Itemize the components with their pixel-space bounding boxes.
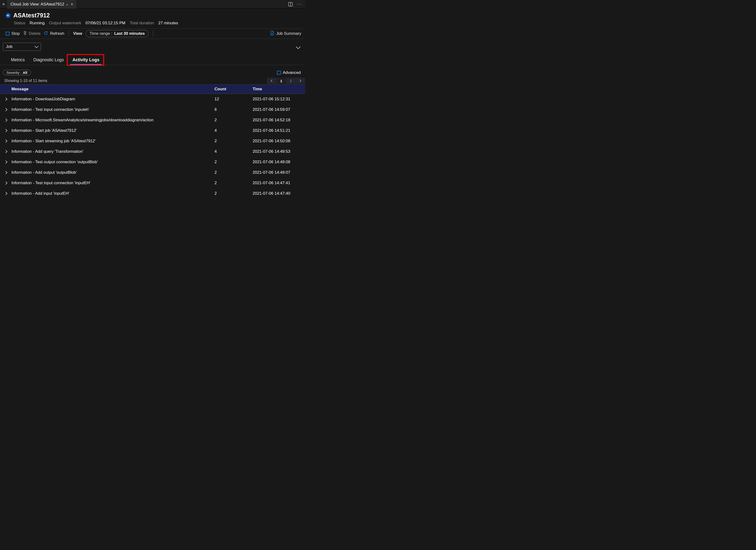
row-time: 2021-07-06 14:52:18 [253, 118, 305, 122]
expand-row-icon[interactable] [0, 98, 11, 100]
row-count: 2 [215, 160, 253, 164]
pager-page-2-label: 2 [290, 79, 292, 83]
tab-activity-label: Activity Logs [72, 57, 99, 62]
toolbar-separator [153, 31, 153, 37]
table-row[interactable]: Information - Test output connection 'ou… [0, 157, 305, 167]
job-summary-label: Job Summary [276, 31, 301, 36]
expand-row-icon[interactable] [0, 161, 11, 163]
table-row[interactable]: Information - DownloadJobDiagram 12 2021… [0, 94, 305, 104]
stop-icon [6, 32, 10, 36]
table-row[interactable]: Information - Add output 'outputBlob' 2 … [0, 167, 305, 178]
tab-activity-logs[interactable]: Activity Logs [68, 55, 104, 65]
pager-next[interactable] [296, 78, 305, 84]
view-label: View [73, 31, 82, 36]
toolbar-separator [69, 31, 69, 37]
pager-row: Showing 1-10 of 11 items 1 2 [0, 77, 305, 84]
table-body: Information - DownloadJobDiagram 12 2021… [0, 94, 305, 199]
table-row[interactable]: Information - Add input 'inputEH' 2 2021… [0, 188, 305, 199]
row-time: 2021-07-06 15:12:31 [253, 97, 305, 102]
col-message[interactable]: Message [11, 87, 215, 92]
split-editor-icon[interactable] [288, 2, 293, 6]
pager-page-2[interactable]: 2 [286, 78, 296, 84]
severity-value: All [23, 71, 27, 75]
expand-row-icon[interactable] [0, 108, 11, 111]
col-time[interactable]: Time [253, 87, 305, 92]
page-header: ASAtest7912 Status Running Output waterm… [0, 9, 305, 28]
job-summary-button[interactable]: Job Summary [270, 31, 301, 37]
table-row[interactable]: Information - Test input connection 'inp… [0, 178, 305, 188]
table-row[interactable]: Information - Test input connection 'inp… [0, 104, 305, 115]
row-message: Information - Microsoft.StreamAnalytics/… [11, 118, 215, 122]
table-row[interactable]: Information - Add query 'Transformation'… [0, 146, 305, 157]
time-range-value: Last 30 minutes [114, 31, 145, 36]
close-tab-icon[interactable]: ✕ [71, 2, 73, 6]
row-count: 6 [215, 107, 253, 112]
expand-row-icon[interactable] [0, 150, 11, 153]
editor-tab[interactable]: Cloud Job View: ASAtest7912 · ✕ [7, 0, 76, 9]
filter-row: Severity : All Advanced [0, 65, 305, 77]
row-count: 4 [215, 149, 253, 154]
expand-row-icon[interactable] [0, 119, 11, 121]
pager: 1 2 [267, 78, 305, 84]
row-message: Information - Add output 'outputBlob' [11, 170, 215, 175]
expand-row-icon[interactable] [0, 182, 11, 184]
row-time: 2021-07-06 14:47:41 [253, 181, 305, 185]
view-label-button: View [73, 31, 82, 36]
table-row[interactable]: Information - Start streaming job 'ASAte… [0, 136, 305, 146]
job-icon [6, 13, 10, 18]
col-count[interactable]: Count [215, 87, 253, 92]
row-time: 2021-07-06 14:59:07 [253, 107, 305, 112]
pager-page-current[interactable]: 1 [276, 78, 286, 84]
tab-metrics[interactable]: Metrics [7, 55, 29, 65]
toolbar: Stop Delete Refresh View Time range : La… [0, 28, 305, 39]
row-message: Information - Start streaming job 'ASAte… [11, 139, 215, 143]
delete-button[interactable]: Delete [23, 31, 41, 36]
table-row[interactable]: Information - Microsoft.StreamAnalytics/… [0, 115, 305, 125]
row-count: 2 [215, 181, 253, 185]
row-count: 2 [215, 191, 253, 196]
tab-metrics-label: Metrics [11, 57, 25, 62]
expand-row-icon[interactable] [0, 192, 11, 195]
external-link-icon [277, 71, 281, 75]
duration-label: Total duration [130, 21, 154, 25]
trash-icon [23, 31, 27, 36]
editor-tab-title: Cloud Job View: ASAtest7912 [10, 2, 64, 7]
watermark-label: Output watermark [49, 21, 81, 25]
delete-label: Delete [29, 31, 41, 36]
expand-row-icon[interactable] [0, 171, 11, 174]
row-count: 12 [215, 97, 253, 102]
row-message: Information - Start job 'ASAtest7912' [11, 128, 215, 133]
table-row[interactable]: Information - Start job 'ASAtest7912' 4 … [0, 125, 305, 136]
pager-prev[interactable] [267, 78, 276, 84]
scope-dropdown[interactable]: Job [3, 43, 41, 51]
time-range-label: Time range : [90, 31, 112, 36]
status-label: Status [14, 21, 25, 25]
more-actions-icon[interactable]: ··· [297, 2, 302, 7]
refresh-button[interactable]: Refresh [44, 31, 64, 36]
menu-icon[interactable]: ≡ [0, 2, 7, 6]
time-range-pill[interactable]: Time range : Last 30 minutes [86, 30, 149, 37]
advanced-link[interactable]: Advanced [277, 70, 301, 75]
row-count: 2 [215, 170, 253, 175]
row-message: Information - Add query 'Transformation' [11, 149, 215, 154]
row-time: 2021-07-06 14:49:07 [253, 170, 305, 175]
title-bar: ≡ Cloud Job View: ASAtest7912 · ✕ ··· [0, 0, 305, 9]
stop-button[interactable]: Stop [6, 31, 20, 36]
severity-filter[interactable]: Severity : All [3, 70, 31, 75]
table-header: Message Count Time [0, 84, 305, 94]
row-count: 2 [215, 118, 253, 122]
duration-value: 27 minutes [158, 21, 178, 25]
pager-summary: Showing 1-10 of 11 items [4, 79, 47, 83]
row-message: Information - Add input 'inputEH' [11, 191, 215, 196]
collapse-panel-icon[interactable] [296, 44, 301, 49]
row-message: Information - DownloadJobDiagram [11, 97, 215, 102]
row-message: Information - Test input connection 'inp… [11, 107, 215, 112]
row-time: 2021-07-06 14:49:08 [253, 160, 305, 164]
tab-diagnostic-logs[interactable]: Diagnostic Logs [29, 55, 68, 65]
expand-row-icon[interactable] [0, 129, 11, 132]
expand-row-icon[interactable] [0, 140, 11, 142]
row-time: 2021-07-06 14:50:08 [253, 139, 305, 143]
stop-label: Stop [11, 31, 20, 36]
row-message: Information - Test output connection 'ou… [11, 160, 215, 164]
row-count: 2 [215, 139, 253, 143]
